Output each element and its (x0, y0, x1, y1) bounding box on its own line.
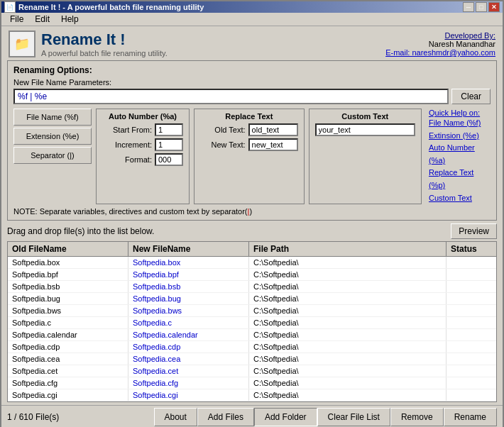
format-input[interactable] (155, 153, 183, 166)
note-separator: | (248, 207, 250, 216)
about-button[interactable]: About (154, 408, 197, 426)
table-row[interactable]: Softpedia.cet Softpedia.cet C:\Softpedia… (8, 365, 496, 377)
quick-help-filename[interactable]: File Name (%f) (429, 117, 491, 130)
title-bar-left: 📄 Rename It ! - A powerful batch file re… (4, 1, 204, 13)
rename-button[interactable]: Rename (444, 408, 497, 426)
table-row[interactable]: Softpedia.box Softpedia.box C:\Softpedia… (8, 257, 496, 269)
td-new: Softpedia.cgi (128, 389, 249, 401)
new-text-label: New Text: (200, 140, 246, 149)
td-status (447, 281, 496, 292)
td-old: Softpedia.cgi (8, 389, 128, 401)
menu-bar: File Edit Help (1, 13, 503, 26)
renaming-options-panel: Renaming Options: New File Name Paramete… (7, 60, 497, 221)
header-text: Rename It ! A powerful batch file renami… (41, 30, 168, 57)
increment-input[interactable] (155, 138, 183, 151)
format-row: Format: (102, 153, 183, 166)
td-status (447, 329, 496, 340)
new-text-input[interactable] (248, 138, 298, 151)
table-row[interactable]: Softpedia.cgi Softpedia.cgi C:\Softpedia… (8, 389, 496, 401)
col-file-path: File Path (249, 242, 447, 256)
title-bar: 📄 Rename It ! - A powerful batch file re… (1, 1, 503, 13)
table-row[interactable]: Softpedia.c Softpedia.c C:\Softpedia\ (8, 317, 496, 329)
minimize-button[interactable]: ─ (463, 2, 474, 12)
add-folder-button[interactable]: Add Folder (254, 408, 317, 426)
table-row[interactable]: Softpedia.cdp Softpedia.cdp C:\Softpedia… (8, 341, 496, 353)
developer-email[interactable]: E-mail: nareshmdr@yahoo.com (385, 48, 495, 57)
params-input[interactable] (13, 89, 449, 104)
td-new: Softpedia.c (128, 317, 249, 328)
old-text-row: Old Text: (200, 123, 298, 136)
app-subtitle: A powerful batch file renaming utility. (41, 49, 168, 57)
developer-name: Naresh Manandhar (385, 40, 495, 48)
window-title: Rename It ! - A powerful batch file rena… (18, 3, 204, 11)
new-text-row: New Text: (200, 138, 298, 151)
replace-text-title: Replace Text (200, 112, 298, 121)
menu-edit[interactable]: Edit (29, 13, 55, 26)
table-row[interactable]: Softpedia.bsb Softpedia.bsb C:\Softpedia… (8, 281, 496, 293)
col-new-filename: New FileName (128, 242, 249, 256)
td-new: Softpedia.cea (128, 353, 249, 365)
td-path: C:\Softpedia\ (249, 353, 447, 365)
quick-help-customtext[interactable]: Custom Text (429, 192, 491, 205)
quick-help-replacetext[interactable]: Replace Text (%p) (429, 167, 491, 192)
add-files-button[interactable]: Add Files (197, 408, 254, 426)
start-from-input[interactable] (155, 123, 183, 136)
td-old: Softpedia.bws (8, 305, 128, 316)
td-old: Softpedia.bug (8, 293, 128, 304)
menu-help[interactable]: Help (55, 13, 84, 26)
td-new: Softpedia.cet (128, 365, 249, 377)
table-row[interactable]: Softpedia.bws Softpedia.bws C:\Softpedia… (8, 305, 496, 317)
clear-file-list-button[interactable]: Clear File List (317, 408, 390, 426)
replace-text-box: Replace Text Old Text: New Text: (194, 109, 305, 204)
td-old: Softpedia.c (8, 317, 128, 328)
table-body[interactable]: Softpedia.box Softpedia.box C:\Softpedia… (8, 257, 496, 401)
td-old: Softpedia.cfg (8, 377, 128, 389)
table-row[interactable]: Softpedia.bpf Softpedia.bpf C:\Softpedia… (8, 269, 496, 281)
left-buttons: File Name (%f) Extension (%e) Separator … (13, 109, 92, 204)
td-status (447, 365, 496, 377)
td-status (447, 317, 496, 328)
bottom-area: 1 / 610 File(s) About Add Files Add Fold… (1, 405, 503, 427)
td-new: Softpedia.cdp (128, 341, 249, 353)
td-path: C:\Softpedia\ (249, 377, 447, 389)
old-text-label: Old Text: (200, 126, 246, 134)
td-status (447, 353, 496, 365)
td-old: Softpedia.bsb (8, 281, 128, 292)
bottom-bar: 1 / 610 File(s) About Add Files Add Fold… (1, 405, 503, 427)
app-icon: 📄 (4, 1, 16, 13)
custom-text-box: Custom Text (309, 109, 422, 204)
td-new: Softpedia.box (128, 257, 249, 268)
header-section: 📁 Rename It ! A powerful batch file rena… (1, 26, 503, 60)
td-path: C:\Softpedia\ (249, 281, 447, 292)
options-grid: File Name (%f) Extension (%e) Separator … (13, 109, 491, 204)
separator-button[interactable]: Separator (|) (13, 147, 92, 164)
close-button[interactable]: ✕ (488, 2, 500, 12)
extension-button[interactable]: Extension (%e) (13, 128, 92, 145)
td-status (447, 293, 496, 304)
file-name-button[interactable]: File Name (%f) (13, 109, 92, 126)
td-path: C:\Softpedia\ (249, 269, 447, 280)
table-header: Old FileName New FileName File Path Stat… (8, 242, 496, 257)
col-old-filename: Old FileName (8, 242, 128, 256)
remove-button[interactable]: Remove (390, 408, 444, 426)
quick-help-extension[interactable]: Extinsion (%e) (429, 130, 491, 143)
menu-file[interactable]: File (4, 13, 29, 26)
title-controls: ─ □ ✕ (463, 2, 500, 12)
td-new: Softpedia.calendar (128, 329, 249, 340)
td-new: Softpedia.bws (128, 305, 249, 316)
table-row[interactable]: Softpedia.cfg Softpedia.cfg C:\Softpedia… (8, 377, 496, 389)
file-count: 1 / 610 File(s) (7, 412, 154, 422)
preview-button[interactable]: Preview (451, 223, 497, 239)
params-row: Clear (13, 89, 491, 104)
maximize-button[interactable]: □ (476, 2, 487, 12)
quick-help-autonumber[interactable]: Auto Number (%a) (429, 142, 491, 167)
table-row[interactable]: Softpedia.calendar Softpedia.calendar C:… (8, 329, 496, 341)
table-row[interactable]: Softpedia.cea Softpedia.cea C:\Softpedia… (8, 353, 496, 365)
table-row[interactable]: Softpedia.bug Softpedia.bug C:\Softpedia… (8, 293, 496, 305)
td-old: Softpedia.calendar (8, 329, 128, 340)
old-text-input[interactable] (248, 123, 298, 136)
format-label: Format: (102, 155, 152, 164)
custom-text-input[interactable] (315, 123, 415, 136)
clear-button[interactable]: Clear (451, 89, 491, 104)
td-path: C:\Softpedia\ (249, 257, 447, 268)
